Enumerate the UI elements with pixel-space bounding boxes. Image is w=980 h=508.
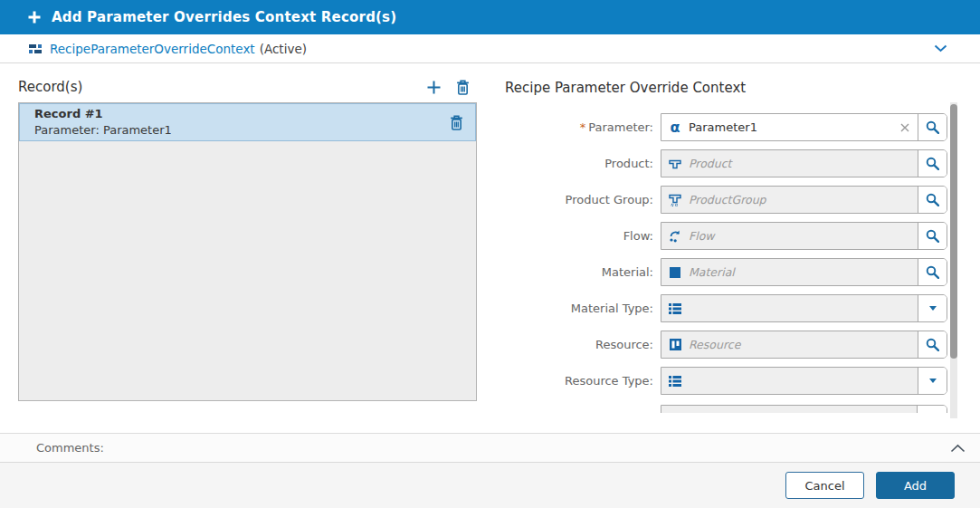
record-title: Record #1 bbox=[34, 106, 172, 122]
resource-icon bbox=[661, 331, 689, 358]
flow-label: Flow: bbox=[505, 222, 653, 250]
required-asterisk: * bbox=[580, 120, 586, 134]
flow-icon bbox=[661, 223, 689, 249]
product-group-label: Product Group: bbox=[505, 186, 653, 214]
form-title: Recipe Parameter Override Context bbox=[505, 80, 746, 96]
parameter-input[interactable] bbox=[689, 114, 892, 140]
dialog-title: Add Parameter Overrides Context Record(s… bbox=[52, 9, 396, 25]
delete-records-button[interactable] bbox=[456, 80, 470, 95]
form-scrollbar-thumb[interactable] bbox=[950, 104, 957, 359]
flow-search-button[interactable] bbox=[918, 223, 947, 249]
product-lookup-control bbox=[661, 149, 947, 177]
form-row-partial bbox=[661, 405, 947, 413]
parameter-search-button[interactable] bbox=[918, 114, 947, 140]
flow-input[interactable] bbox=[689, 223, 918, 249]
add-record-button[interactable] bbox=[426, 80, 442, 95]
resource-type-input[interactable] bbox=[689, 368, 918, 394]
material-type-label: Material Type: bbox=[505, 294, 653, 322]
material-input[interactable] bbox=[689, 259, 918, 285]
form-row-flow: Flow: bbox=[505, 222, 947, 250]
chevron-up-icon[interactable] bbox=[950, 444, 966, 453]
form-row-product: Product: bbox=[505, 149, 947, 177]
parameter-label: *Parameter: bbox=[505, 113, 653, 141]
resource-lookup-control bbox=[661, 331, 947, 359]
resource-type-label: Resource Type: bbox=[505, 367, 653, 395]
resource-label: Resource: bbox=[505, 331, 653, 359]
entity-header-bar: RecipeParameterOverrideContext (Active) bbox=[0, 34, 980, 63]
record-list-item[interactable]: Record #1 Parameter: Parameter1 bbox=[19, 103, 476, 141]
entity-icon bbox=[29, 43, 42, 54]
comments-label: Comments: bbox=[36, 441, 104, 455]
product-label: Product: bbox=[505, 149, 653, 177]
delete-record-button[interactable] bbox=[450, 115, 463, 130]
add-button[interactable]: Add bbox=[876, 472, 955, 499]
product-group-input[interactable] bbox=[689, 187, 918, 213]
caret-down-icon bbox=[929, 306, 937, 311]
comments-bar: Comments: bbox=[0, 433, 980, 462]
product-group-lookup-control bbox=[661, 186, 947, 214]
partial-control bbox=[661, 405, 947, 413]
material-type-input[interactable] bbox=[689, 295, 918, 321]
material-type-dropdown-button[interactable] bbox=[918, 295, 947, 321]
parameter-lookup-control: α bbox=[661, 113, 947, 141]
list-icon bbox=[661, 368, 689, 394]
resource-type-dropdown-control bbox=[661, 367, 947, 395]
form-row-material-type: Material Type: bbox=[505, 294, 947, 322]
records-title: Record(s) bbox=[18, 79, 82, 95]
resource-type-dropdown-button[interactable] bbox=[918, 368, 947, 394]
resource-search-button[interactable] bbox=[918, 331, 947, 358]
cancel-button[interactable]: Cancel bbox=[785, 472, 864, 499]
chevron-down-icon[interactable] bbox=[934, 44, 947, 53]
material-icon bbox=[661, 259, 689, 285]
records-list: Record #1 Parameter: Parameter1 bbox=[18, 102, 477, 401]
material-type-dropdown-control bbox=[661, 294, 947, 322]
product-group-icon bbox=[661, 187, 689, 213]
form-row-resource: Resource: bbox=[505, 331, 947, 359]
form-row-resource-type: Resource Type: bbox=[505, 367, 947, 395]
product-icon bbox=[661, 150, 689, 177]
entity-status: (Active) bbox=[260, 42, 307, 56]
material-lookup-control bbox=[661, 258, 947, 286]
list-icon bbox=[661, 295, 689, 321]
form-row-material: Material: bbox=[505, 258, 947, 286]
caret-down-icon bbox=[929, 379, 937, 383]
records-header: Record(s) bbox=[18, 76, 477, 98]
clear-icon[interactable] bbox=[892, 114, 918, 140]
form-row-parameter: *Parameter: α bbox=[505, 113, 947, 141]
material-search-button[interactable] bbox=[918, 259, 947, 285]
product-group-search-button[interactable] bbox=[918, 187, 947, 213]
dialog-title-bar: Add Parameter Overrides Context Record(s… bbox=[0, 0, 980, 34]
material-label: Material: bbox=[505, 258, 653, 286]
product-search-button[interactable] bbox=[918, 150, 947, 177]
footer-bar: Cancel Add bbox=[0, 462, 980, 508]
form-row-product-group: Product Group: bbox=[505, 186, 947, 214]
product-input[interactable] bbox=[689, 150, 918, 177]
resource-input[interactable] bbox=[689, 331, 918, 358]
alpha-icon: α bbox=[661, 114, 689, 140]
record-subtitle: Parameter: Parameter1 bbox=[34, 122, 172, 139]
add-plus-icon bbox=[27, 10, 42, 24]
entity-name: RecipeParameterOverrideContext bbox=[50, 42, 255, 56]
flow-lookup-control bbox=[661, 222, 947, 250]
